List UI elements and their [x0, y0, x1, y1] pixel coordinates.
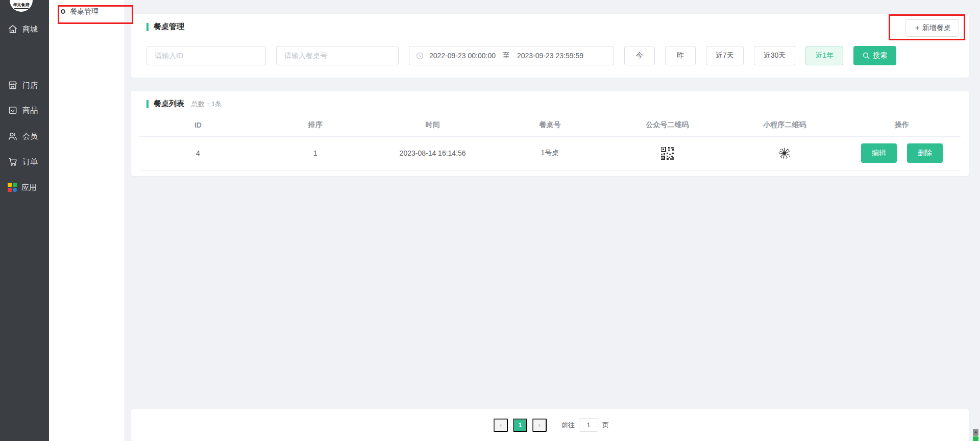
scrollbar-thumb[interactable]	[973, 429, 978, 436]
quick-filter-7days-button[interactable]: 近7天	[706, 46, 744, 65]
app-logo-text: 华太食府	[13, 3, 30, 7]
page-unit-label: 页	[602, 421, 609, 430]
id-input[interactable]	[146, 46, 266, 65]
add-table-button-label: 新增餐桌	[922, 23, 951, 33]
submenu-item-label: 餐桌管理	[70, 7, 99, 16]
goods-icon	[8, 105, 18, 115]
sidebar-item-mall[interactable]: 商城	[0, 19, 49, 39]
official-account-qr-code	[608, 147, 726, 160]
list-title: 餐桌列表	[154, 99, 184, 109]
cell-time: 2023-08-14 16:14:56	[374, 136, 492, 170]
home-icon	[8, 24, 18, 34]
prev-page-button[interactable]: ‹	[494, 419, 508, 432]
quick-filter-30days-button[interactable]: 近30天	[754, 46, 796, 65]
sidebar-item-label: 订单	[22, 157, 38, 167]
page-title: 餐桌管理	[154, 22, 184, 32]
radio-circle-icon	[61, 9, 65, 14]
scrollbar-widget	[973, 429, 978, 441]
sidebar-item-orders[interactable]: 订单	[0, 152, 49, 172]
table-header-row: ID 排序 时间 餐桌号 公众号二维码 小程序二维码 操作	[139, 114, 961, 136]
delete-button[interactable]: 删除	[907, 143, 943, 163]
scrollbar-end-marker	[973, 436, 978, 441]
storefront-icon	[8, 80, 18, 90]
sidebar-item-label: 商城	[22, 24, 38, 34]
column-header-actions: 操作	[843, 114, 961, 136]
tables-data-table: ID 排序 时间 餐桌号 公众号二维码 小程序二维码 操作 4 1 2023-0…	[139, 114, 961, 170]
search-button-label: 搜索	[873, 51, 887, 60]
sidebar-item-apps[interactable]: 应用	[0, 177, 49, 198]
table-list-card: 餐桌列表 总数：1条 ID 排序 时间 餐桌号 公众号二维码 小程序二维码 操作…	[131, 91, 969, 176]
column-header-time: 时间	[374, 114, 492, 136]
sidebar-item-label: 会员	[22, 132, 38, 141]
add-table-button[interactable]: ＋ 新增餐桌	[905, 19, 959, 37]
pagination-card: ‹ 1 › 前往 页	[131, 409, 969, 441]
column-header-table-no: 餐桌号	[492, 114, 609, 136]
table-row: 4 1 2023-08-14 16:14:56 1号桌	[139, 136, 961, 170]
sidebar-item-members[interactable]: 会员	[0, 126, 49, 146]
column-header-miniprogram-qr: 小程序二维码	[726, 114, 843, 136]
next-page-button[interactable]: ›	[532, 419, 547, 432]
filter-card: 餐桌管理 2022-09-23 00:00:00 至 2023-09-23 23…	[131, 14, 969, 78]
quick-filter-today-button[interactable]: 今	[624, 46, 655, 65]
app-logo-subtitle-line	[14, 8, 29, 9]
page-1-button[interactable]: 1	[513, 419, 527, 432]
pagination: ‹ 1 › 前往 页	[131, 409, 969, 432]
section-accent-bar	[146, 23, 149, 31]
column-header-id: ID	[139, 114, 257, 136]
column-header-sort: 排序	[257, 114, 374, 136]
members-icon	[8, 131, 18, 141]
sidebar-item-goods[interactable]: 商品	[0, 100, 49, 120]
date-start-value: 2022-09-23 00:00:00	[429, 52, 496, 60]
goto-label: 前往	[561, 421, 575, 430]
primary-sidebar: 华太食府 商城 门店 商品 会员 订单 应用	[0, 0, 49, 441]
cell-table-no: 1号桌	[492, 136, 609, 170]
column-header-official-qr: 公众号二维码	[608, 114, 726, 136]
cell-sort: 1	[257, 136, 374, 170]
list-section-header: 餐桌列表 总数：1条	[131, 91, 969, 109]
sidebar-item-label: 应用	[21, 183, 37, 192]
edit-button[interactable]: 编辑	[861, 143, 897, 163]
cart-icon	[8, 157, 18, 167]
sidebar-item-label: 门店	[22, 81, 38, 90]
row-actions: 编辑 删除	[843, 143, 961, 163]
search-icon	[863, 52, 870, 59]
sidebar-item-label: 商品	[22, 106, 38, 115]
date-end-value: 2023-09-23 23:59:59	[517, 52, 583, 60]
search-button[interactable]: 搜索	[853, 46, 896, 65]
page-number-input[interactable]	[579, 418, 598, 432]
date-range-picker[interactable]: 2022-09-23 00:00:00 至 2023-09-23 23:59:5…	[409, 46, 614, 65]
submenu-item-table-management[interactable]: 餐桌管理	[49, 0, 125, 23]
clock-icon	[416, 52, 424, 60]
sidebar-item-store[interactable]: 门店	[0, 75, 49, 95]
plus-icon: ＋	[914, 23, 921, 33]
cell-id: 4	[139, 136, 257, 170]
filter-section-header: 餐桌管理	[131, 14, 969, 32]
date-separator: 至	[503, 51, 510, 60]
app-logo: 华太食府	[10, 0, 33, 12]
total-count-label: 总数：1条	[191, 100, 222, 109]
secondary-sidebar: 餐桌管理	[49, 0, 125, 441]
quick-filter-1year-button[interactable]: 近1年	[805, 46, 843, 65]
section-accent-bar	[146, 100, 149, 108]
quick-filter-yesterday-button[interactable]: 昨	[665, 46, 696, 65]
apps-grid-icon	[8, 183, 17, 192]
table-number-input[interactable]	[276, 46, 399, 65]
miniprogram-qr-code	[726, 146, 843, 160]
filter-row: 2022-09-23 00:00:00 至 2023-09-23 23:59:5…	[146, 46, 896, 65]
